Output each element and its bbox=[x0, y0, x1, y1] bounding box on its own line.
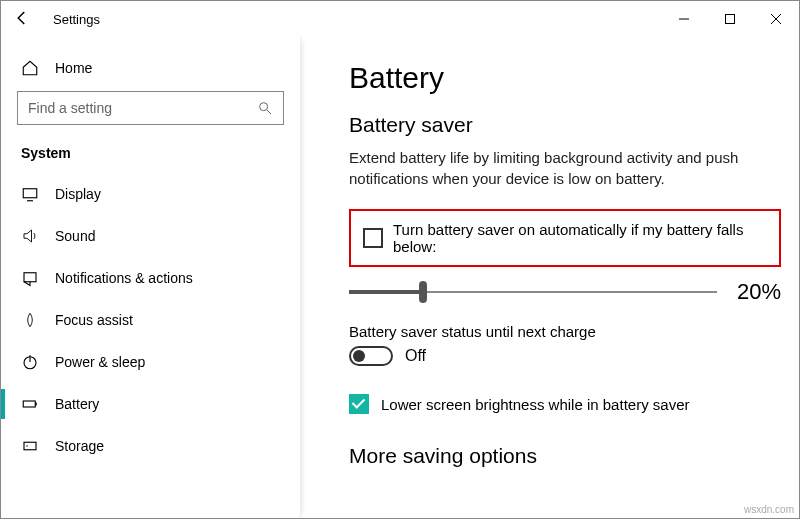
home-nav[interactable]: Home bbox=[1, 49, 300, 91]
sidebar-item-display[interactable]: Display bbox=[1, 173, 300, 215]
status-toggle[interactable] bbox=[349, 346, 393, 366]
svg-rect-6 bbox=[24, 273, 36, 282]
status-toggle-row: Off bbox=[349, 346, 781, 366]
auto-on-checkbox[interactable] bbox=[363, 228, 383, 248]
search-placeholder: Find a setting bbox=[28, 100, 257, 116]
auto-on-row: Turn battery saver on automatically if m… bbox=[349, 209, 781, 267]
minimize-button[interactable] bbox=[661, 3, 707, 35]
sidebar-item-power-sleep[interactable]: Power & sleep bbox=[1, 341, 300, 383]
brightness-checkbox[interactable] bbox=[349, 394, 369, 414]
threshold-value: 20% bbox=[737, 279, 781, 305]
brightness-row: Lower screen brightness while in battery… bbox=[349, 394, 781, 414]
threshold-slider[interactable] bbox=[349, 280, 717, 304]
svg-rect-1 bbox=[726, 15, 735, 24]
close-icon bbox=[770, 13, 782, 25]
home-icon bbox=[21, 59, 39, 77]
storage-icon bbox=[21, 437, 39, 455]
content-pane: Battery Battery saver Extend battery lif… bbox=[301, 37, 799, 518]
svg-rect-11 bbox=[24, 442, 36, 450]
category-label: System bbox=[1, 141, 300, 173]
sidebar-item-label: Sound bbox=[55, 228, 95, 244]
status-label: Battery saver status until next charge bbox=[349, 323, 781, 340]
section-description: Extend battery life by limiting backgrou… bbox=[349, 147, 749, 189]
slider-thumb[interactable] bbox=[419, 281, 427, 303]
search-input[interactable]: Find a setting bbox=[17, 91, 284, 125]
sound-icon bbox=[21, 227, 39, 245]
home-label: Home bbox=[55, 60, 92, 76]
minimize-icon bbox=[678, 13, 690, 25]
sidebar-item-focus-assist[interactable]: Focus assist bbox=[1, 299, 300, 341]
sidebar-item-label: Storage bbox=[55, 438, 104, 454]
svg-point-2 bbox=[260, 103, 268, 111]
sidebar-item-notifications[interactable]: Notifications & actions bbox=[1, 257, 300, 299]
svg-rect-4 bbox=[23, 189, 37, 198]
maximize-button[interactable] bbox=[707, 3, 753, 35]
slider-track-fill bbox=[349, 290, 423, 294]
sidebar: Home Find a setting System Display Sound… bbox=[1, 37, 301, 518]
back-button[interactable] bbox=[13, 9, 31, 30]
more-options-heading: More saving options bbox=[349, 444, 781, 468]
sidebar-item-storage[interactable]: Storage bbox=[1, 425, 300, 467]
focus-assist-icon bbox=[21, 311, 39, 329]
watermark: wsxdn.com bbox=[744, 504, 794, 515]
power-icon bbox=[21, 353, 39, 371]
svg-line-3 bbox=[267, 110, 271, 114]
sidebar-item-label: Focus assist bbox=[55, 312, 133, 328]
sidebar-item-label: Display bbox=[55, 186, 101, 202]
toggle-state-label: Off bbox=[405, 347, 426, 365]
settings-window: Settings Home Find a setting System bbox=[0, 0, 800, 519]
sidebar-item-sound[interactable]: Sound bbox=[1, 215, 300, 257]
sidebar-item-label: Power & sleep bbox=[55, 354, 145, 370]
section-heading: Battery saver bbox=[349, 113, 781, 137]
sidebar-item-battery[interactable]: Battery bbox=[1, 383, 300, 425]
maximize-icon bbox=[724, 13, 736, 25]
search-icon bbox=[257, 100, 273, 116]
notifications-icon bbox=[21, 269, 39, 287]
window-title: Settings bbox=[53, 12, 100, 27]
arrow-left-icon bbox=[13, 9, 31, 27]
auto-on-label: Turn battery saver on automatically if m… bbox=[393, 221, 765, 255]
titlebar: Settings bbox=[1, 1, 799, 37]
svg-rect-9 bbox=[23, 401, 35, 407]
page-title: Battery bbox=[349, 61, 781, 95]
close-button[interactable] bbox=[753, 3, 799, 35]
display-icon bbox=[21, 185, 39, 203]
threshold-slider-row: 20% bbox=[349, 279, 781, 305]
battery-icon bbox=[21, 395, 39, 413]
brightness-label: Lower screen brightness while in battery… bbox=[381, 396, 689, 413]
svg-rect-10 bbox=[35, 403, 37, 406]
sidebar-item-label: Notifications & actions bbox=[55, 270, 193, 286]
svg-point-12 bbox=[26, 445, 28, 447]
sidebar-item-label: Battery bbox=[55, 396, 99, 412]
